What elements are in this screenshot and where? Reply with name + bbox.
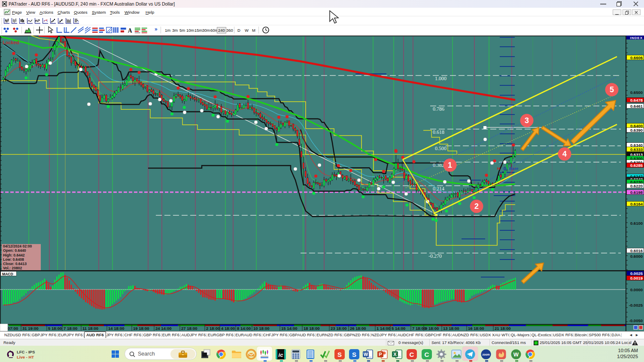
svg-text:0.6606: 0.6606 (630, 55, 643, 60)
svg-text:-0.0050: -0.0050 (629, 318, 643, 323)
svg-text:Vol.: 20802: Vol.: 20802 (3, 266, 22, 270)
svg-text:P: P (379, 352, 382, 357)
svg-text:0.6500: 0.6500 (630, 90, 643, 95)
svg-text:13 18:00: 13 18:00 (443, 326, 459, 331)
svg-text:0.6478: 0.6478 (630, 98, 643, 103)
svg-text:1 14:00: 1 14:00 (377, 326, 390, 331)
svg-text:0.0025: 0.0025 (630, 271, 643, 276)
svg-text:C: C (410, 351, 414, 358)
svg-text:0.6220: 0.6220 (630, 184, 643, 188)
svg-text:1.000: 1.000 (435, 75, 447, 81)
svg-text:-0.270: -0.270 (428, 253, 442, 259)
svg-text:31 19:00: 31 19:00 (22, 326, 39, 331)
svg-text:14 18:00: 14 18:00 (108, 326, 125, 331)
svg-text:0.6390: 0.6390 (630, 128, 643, 133)
svg-text:0.6100: 0.6100 (630, 221, 643, 226)
svg-text:MACD: MACD (2, 272, 13, 276)
svg-text:0.500: 0.500 (435, 145, 447, 151)
svg-text:INDEX: INDEX (630, 36, 643, 40)
svg-text:Locked: Locked (3, 40, 19, 45)
svg-text:0.6198: 0.6198 (630, 190, 643, 195)
svg-text:15 14:00: 15 14:00 (281, 326, 298, 331)
svg-text:QL Base: QL Base (503, 166, 518, 171)
svg-text:23 18:00: 23 18:00 (331, 326, 347, 331)
svg-text:X: X (393, 352, 397, 357)
svg-text:0.6461: 0.6461 (630, 104, 643, 109)
svg-text:3: 3 (525, 116, 529, 125)
svg-text:0.6285: 0.6285 (630, 163, 643, 168)
svg-text:W: W (513, 351, 519, 358)
svg-text:Open: 0.6440: Open: 0.6440 (3, 248, 26, 253)
svg-text:0.6000: 0.6000 (630, 254, 643, 259)
svg-text:H: H (497, 166, 500, 171)
svg-text:8 14:00: 8 14:00 (237, 326, 251, 331)
svg-text:11 18:00: 11 18:00 (82, 326, 98, 331)
svg-text:16 18:00: 16 18:00 (468, 326, 484, 331)
svg-text:0.0000: 0.0000 (630, 287, 643, 292)
svg-text:1: 1 (448, 161, 452, 169)
svg-text:-0.0025: -0.0025 (629, 303, 643, 308)
svg-text:0.0019: 0.0019 (630, 276, 643, 281)
svg-text:S: S (352, 351, 356, 358)
svg-text:5 18:00: 5 18:00 (48, 326, 62, 331)
svg-text:C: C (425, 351, 429, 358)
svg-text:27 18:00: 27 18:00 (181, 326, 197, 331)
svg-text:24 14:00: 24 14:00 (155, 326, 172, 331)
svg-text:W: W (364, 352, 368, 357)
svg-text:5: 5 (610, 85, 614, 94)
svg-text:zoom: zoom (483, 353, 490, 356)
svg-text:18 18:00: 18 18:00 (304, 326, 320, 331)
svg-text:9 18:00: 9 18:00 (425, 326, 439, 331)
svg-text:2: 2 (474, 202, 479, 211)
svg-text:0.786: 0.786 (433, 106, 444, 112)
svg-text:19 18:00: 19 18:00 (133, 326, 149, 331)
svg-text:0.6164: 0.6164 (630, 202, 643, 206)
svg-text:0.6333: 0.6333 (630, 147, 643, 152)
svg-text:26 18:00: 26 18:00 (350, 326, 366, 331)
svg-text:5 14:00: 5 14:00 (392, 326, 405, 331)
svg-text:0.618: 0.618 (433, 129, 444, 135)
svg-text:07:00: 07:00 (8, 326, 18, 331)
svg-text:21 18:00: 21 18:00 (495, 326, 511, 331)
svg-text:High: 0.6442: High: 0.6442 (3, 253, 25, 257)
svg-text:ic: ic (279, 352, 284, 358)
svg-text:A: A (128, 27, 132, 34)
svg-text:2 18:00: 2 18:00 (206, 326, 220, 331)
svg-text:4: 4 (562, 150, 567, 158)
svg-text:S: S (337, 351, 342, 358)
svg-text:04/12/2024 02:00: 04/12/2024 02:00 (3, 244, 32, 248)
svg-text:10 18:00: 10 18:00 (253, 326, 270, 331)
svg-text:4 18:00: 4 18:00 (221, 326, 235, 331)
svg-text:Low: 0.6408: Low: 0.6408 (3, 257, 24, 262)
svg-text:Close: 0.6413: Close: 0.6413 (3, 262, 27, 266)
svg-text:7 18:00: 7 18:00 (64, 326, 77, 331)
svg-text:0.6016: 0.6016 (630, 248, 643, 253)
